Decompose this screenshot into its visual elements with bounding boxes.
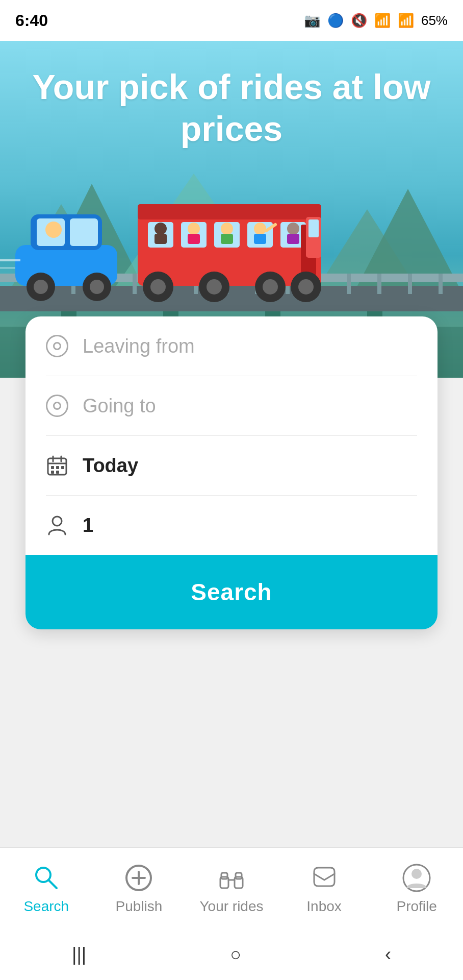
svg-rect-72 <box>56 466 59 469</box>
signal-icon: 📶 <box>398 13 414 29</box>
svg-rect-21 <box>347 274 351 294</box>
your-rides-nav-label: Your rides <box>199 898 263 915</box>
camera-icon: 📷 <box>304 13 320 29</box>
svg-point-58 <box>150 279 166 295</box>
going-to-label: Going to <box>83 395 156 417</box>
svg-rect-85 <box>236 873 242 879</box>
svg-rect-50 <box>254 234 266 244</box>
search-button[interactable]: Search <box>25 555 438 629</box>
svg-rect-37 <box>138 204 321 219</box>
going-to-radio-icon <box>46 395 68 417</box>
status-icons: 📷 🔵 🔇 📶 📶 65% <box>304 13 448 29</box>
svg-point-60 <box>207 279 222 295</box>
svg-rect-53 <box>287 234 299 244</box>
svg-rect-83 <box>221 873 227 879</box>
going-to-field[interactable]: Going to <box>25 376 438 435</box>
passengers-count: 1 <box>83 514 93 536</box>
svg-point-32 <box>90 280 104 294</box>
svg-rect-56 <box>308 219 319 237</box>
status-time: 6:40 <box>15 11 48 30</box>
svg-line-78 <box>48 880 57 888</box>
bottom-navigation: Search Publish Your rides <box>0 847 463 929</box>
svg-rect-23 <box>408 274 412 294</box>
battery-label: 65% <box>421 13 448 29</box>
search-nav-icon <box>31 863 62 893</box>
svg-point-45 <box>188 223 200 235</box>
nav-item-your-rides[interactable]: Your rides <box>185 863 278 915</box>
svg-point-64 <box>298 279 314 295</box>
svg-point-88 <box>411 869 422 879</box>
svg-rect-14 <box>133 274 137 294</box>
profile-nav-icon <box>401 863 432 893</box>
nav-item-inbox[interactable]: Inbox <box>278 863 371 915</box>
svg-point-30 <box>34 280 48 294</box>
svg-rect-74 <box>51 471 54 474</box>
date-field[interactable]: Today <box>25 436 438 495</box>
android-home-button[interactable]: ○ <box>230 944 241 965</box>
leaving-from-radio-icon <box>46 335 68 357</box>
svg-rect-73 <box>61 466 64 469</box>
svg-point-49 <box>254 223 266 235</box>
inbox-nav-label: Inbox <box>306 898 342 915</box>
publish-nav-icon <box>123 863 154 893</box>
svg-rect-71 <box>51 466 54 469</box>
svg-point-76 <box>53 517 62 526</box>
publish-nav-label: Publish <box>115 898 162 915</box>
passengers-field[interactable]: 1 <box>25 496 438 555</box>
nav-item-profile[interactable]: Profile <box>370 863 463 915</box>
svg-point-47 <box>221 223 233 235</box>
nav-item-publish[interactable]: Publish <box>93 863 186 915</box>
svg-point-52 <box>287 223 299 235</box>
calendar-icon <box>46 454 68 477</box>
svg-rect-48 <box>221 234 233 244</box>
mute-icon: 🔇 <box>351 13 367 29</box>
svg-rect-28 <box>70 218 98 246</box>
android-nav-bar: ||| ○ ‹ <box>0 929 463 980</box>
inbox-nav-icon <box>309 863 340 893</box>
svg-rect-24 <box>439 274 443 294</box>
date-label: Today <box>83 455 138 477</box>
leaving-from-field[interactable]: Leaving from <box>25 316 438 376</box>
search-nav-label: Search <box>23 898 69 915</box>
bluetooth-icon: 🔵 <box>327 13 344 29</box>
person-icon <box>46 514 68 536</box>
svg-rect-44 <box>155 234 167 244</box>
svg-rect-9 <box>0 286 463 311</box>
wifi-icon: 📶 <box>374 13 391 29</box>
svg-point-43 <box>155 223 167 235</box>
status-bar: 6:40 📷 🔵 🔇 📶 📶 65% <box>0 0 463 41</box>
your-rides-nav-icon <box>216 863 247 893</box>
android-menu-button[interactable]: ||| <box>72 944 86 965</box>
svg-rect-75 <box>56 471 59 474</box>
svg-rect-46 <box>188 234 200 244</box>
svg-point-62 <box>263 279 278 295</box>
leaving-from-label: Leaving from <box>83 335 195 357</box>
nav-item-search[interactable]: Search <box>0 863 93 915</box>
svg-point-35 <box>45 222 62 238</box>
svg-rect-22 <box>377 274 381 294</box>
search-card: Leaving from Going to Today <box>25 316 438 629</box>
profile-nav-label: Profile <box>396 898 436 915</box>
android-back-button[interactable]: ‹ <box>385 944 391 965</box>
